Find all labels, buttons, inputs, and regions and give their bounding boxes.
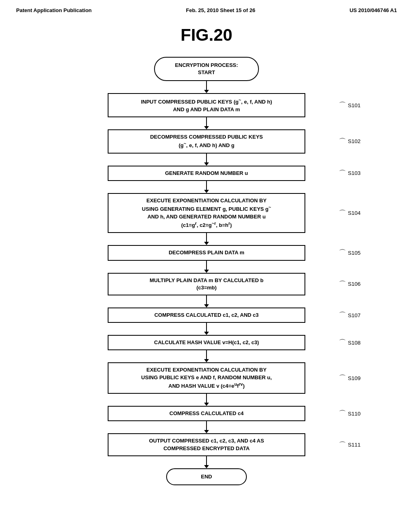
- label-s104: ⌒ S104: [339, 208, 361, 218]
- header: Patent Application Publication Feb. 25, …: [0, 0, 413, 17]
- box-s104: EXECUTE EXPONENTIATION CALCULATION BY US…: [108, 193, 305, 233]
- arrow-0: [204, 81, 209, 93]
- step-row-s111: OUTPUT COMPRESSED c1, c2, c3, AND c4 ASC…: [24, 433, 389, 456]
- step-row-s109: EXECUTE EXPONENTIATION CALCULATION BY US…: [24, 362, 389, 394]
- arrow-11: [204, 456, 209, 468]
- step-row-s110: COMPRESS CALCULATED c4 ⌒ S110: [24, 406, 389, 421]
- start-node: ENCRYPTION PROCESS:START: [24, 57, 389, 81]
- end-node: END: [24, 468, 389, 485]
- box-s109: EXECUTE EXPONENTIATION CALCULATION BY US…: [108, 362, 305, 394]
- box-s101: INPUT COMPRESSED PUBLIC KEYS (g~, e, f, …: [108, 93, 305, 117]
- arrow-9: [204, 394, 209, 406]
- label-s107: ⌒ S107: [339, 310, 361, 320]
- arrow-1: [204, 117, 209, 129]
- box-s102: DECOMPRESS COMPRESSED PUBLIC KEYS(g~, e,…: [108, 129, 305, 154]
- step-row-s101: INPUT COMPRESSED PUBLIC KEYS (g~, e, f, …: [24, 93, 389, 117]
- label-s110: ⌒ S110: [339, 409, 361, 418]
- step-row-s107: COMPRESS CALCULATED c1, c2, AND c3 ⌒ S10…: [24, 308, 389, 323]
- arrow-3: [204, 181, 209, 193]
- label-s108: ⌒ S108: [339, 338, 361, 347]
- step-row-s104: EXECUTE EXPONENTIATION CALCULATION BY US…: [24, 193, 389, 233]
- step-row-s106: MULTIPLY PLAIN DATA m BY CALCULATED b(c3…: [24, 273, 389, 295]
- label-s103: ⌒ S103: [339, 168, 361, 178]
- box-s106: MULTIPLY PLAIN DATA m BY CALCULATED b(c3…: [108, 273, 305, 295]
- label-s109: ⌒ S109: [339, 373, 361, 383]
- step-row-s102: DECOMPRESS COMPRESSED PUBLIC KEYS(g~, e,…: [24, 129, 389, 154]
- box-s107: COMPRESS CALCULATED c1, c2, AND c3: [108, 308, 305, 323]
- box-s108: CALCULATE HASH VALUE v=H(c1, c2, c3): [108, 335, 305, 350]
- flowchart: ENCRYPTION PROCESS:START INPUT COMPRESSE…: [0, 57, 413, 485]
- arrow-10: [204, 421, 209, 433]
- step-row-s103: GENERATE RANDOM NUMBER u ⌒ S103: [24, 166, 389, 181]
- label-s102: ⌒ S102: [339, 137, 361, 146]
- header-center: Feb. 25, 2010 Sheet 15 of 26: [186, 7, 255, 13]
- box-s103: GENERATE RANDOM NUMBER u: [108, 166, 305, 181]
- box-s111: OUTPUT COMPRESSED c1, c2, c3, AND c4 ASC…: [108, 433, 305, 456]
- header-left: Patent Application Publication: [16, 7, 92, 13]
- label-s111: ⌒ S111: [339, 440, 361, 450]
- box-s105: DECOMPRESS PLAIN DATA m: [108, 245, 305, 260]
- step-row-s108: CALCULATE HASH VALUE v=H(c1, c2, c3) ⌒ S…: [24, 335, 389, 350]
- arrow-5: [204, 261, 209, 273]
- label-s101: ⌒ S101: [339, 100, 361, 110]
- arrow-7: [204, 323, 209, 335]
- label-s105: ⌒ S105: [339, 248, 361, 258]
- end-box: END: [166, 468, 247, 485]
- arrow-2: [204, 154, 209, 166]
- start-box: ENCRYPTION PROCESS:START: [154, 57, 259, 81]
- figure-title: FIG.20: [0, 25, 413, 45]
- arrow-6: [204, 295, 209, 308]
- arrow-8: [204, 350, 209, 362]
- step-row-s105: DECOMPRESS PLAIN DATA m ⌒ S105: [24, 245, 389, 260]
- arrow-4: [204, 233, 209, 245]
- box-s110: COMPRESS CALCULATED c4: [108, 406, 305, 421]
- label-s106: ⌒ S106: [339, 279, 361, 289]
- header-right: US 2010/046746 A1: [350, 7, 397, 13]
